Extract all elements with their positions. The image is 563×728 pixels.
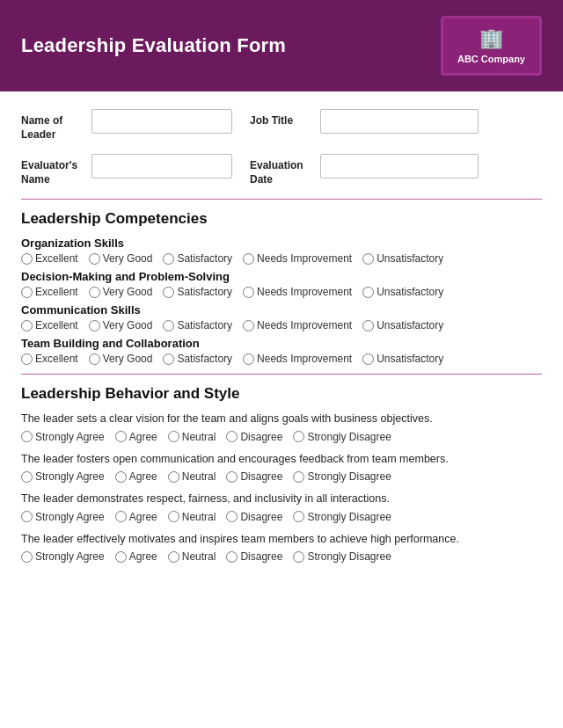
behavior-radio-row-0: Strongly Agree Agree Neutral Disagree St…: [21, 431, 542, 443]
form-section: Name ofLeader Job Title Evaluator'sName …: [0, 91, 563, 186]
radio-option[interactable]: Unsatisfactory: [362, 353, 443, 365]
competency-group-decision: Decision-Making and Problem-Solving Exce…: [21, 270, 542, 298]
radio-option[interactable]: Satisfactory: [163, 252, 232, 265]
radio-option[interactable]: Unsatisfactory: [362, 286, 443, 298]
radio-option[interactable]: Agree: [115, 550, 157, 563]
divider-2: [21, 374, 542, 375]
behavior-item-2: The leader demonstrates respect, fairnes…: [21, 491, 542, 523]
behavior-radio-row-1: Strongly Agree Agree Neutral Disagree St…: [21, 470, 542, 483]
company-name: ABC Company: [457, 54, 525, 64]
radio-option[interactable]: Very Good: [89, 252, 153, 265]
company-badge: 🏢 ABC Company: [441, 16, 542, 76]
radio-option[interactable]: Satisfactory: [163, 286, 232, 298]
radio-option[interactable]: Strongly Agree: [21, 511, 105, 523]
radio-row-communication: Excellent Very Good Satisfactory Needs I…: [21, 319, 542, 331]
radio-option[interactable]: Agree: [115, 470, 157, 483]
behavior-radio-row-3: Strongly Agree Agree Neutral Disagree St…: [21, 550, 542, 563]
competencies-title: Leadership Competencies: [21, 210, 542, 228]
radio-option[interactable]: Unsatisfactory: [362, 252, 443, 265]
job-title-field: Job Title: [250, 109, 479, 134]
competency-group-teambuilding: Team Building and Collaboration Excellen…: [21, 337, 542, 365]
behavior-title: Leadership Behavior and Style: [21, 385, 542, 403]
radio-option[interactable]: Excellent: [21, 353, 78, 365]
evaluators-name-field: Evaluator'sName: [21, 154, 232, 186]
job-title-label: Job Title: [250, 109, 311, 128]
behavior-section: Leadership Behavior and Style The leader…: [0, 385, 563, 563]
job-title-input[interactable]: [320, 109, 479, 134]
radio-option[interactable]: Needs Improvement: [243, 286, 352, 298]
name-of-leader-field: Name ofLeader: [21, 109, 232, 142]
competency-group-communication: Communication Skills Excellent Very Good…: [21, 303, 542, 331]
competency-name-1: Decision-Making and Problem-Solving: [21, 270, 542, 283]
radio-option[interactable]: Agree: [115, 511, 157, 523]
evaluation-date-label: EvaluationDate: [250, 154, 311, 186]
radio-option[interactable]: Strongly Agree: [21, 470, 105, 483]
form-title: Leadership Evaluation Form: [21, 34, 286, 57]
behavior-item-0: The leader sets a clear vision for the t…: [21, 411, 542, 443]
radio-option[interactable]: Strongly Agree: [21, 550, 105, 563]
name-of-leader-label: Name ofLeader: [21, 109, 83, 142]
radio-option[interactable]: Neutral: [168, 431, 216, 443]
radio-row-teambuilding: Excellent Very Good Satisfactory Needs I…: [21, 353, 542, 365]
form-row-1: Name ofLeader Job Title: [21, 109, 542, 142]
radio-option[interactable]: Strongly Disagree: [293, 470, 391, 483]
radio-option[interactable]: Strongly Agree: [21, 431, 105, 443]
radio-option[interactable]: Needs Improvement: [243, 319, 352, 331]
name-of-leader-input[interactable]: [91, 109, 232, 134]
radio-option[interactable]: Excellent: [21, 286, 78, 298]
behavior-statement-1: The leader fosters open communication an…: [21, 452, 542, 468]
competency-name-0: Organization Skills: [21, 237, 542, 250]
behavior-statement-3: The leader effectively motivates and ins…: [21, 532, 542, 548]
evaluation-date-field: EvaluationDate: [250, 154, 479, 186]
radio-row-organization: Excellent Very Good Satisfactory Needs I…: [21, 252, 542, 265]
competencies-section: Leadership Competencies Organization Ski…: [0, 210, 563, 365]
radio-option[interactable]: Excellent: [21, 252, 78, 265]
company-icon: 🏢: [479, 27, 503, 50]
radio-option[interactable]: Agree: [115, 431, 157, 443]
competency-name-3: Team Building and Collaboration: [21, 337, 542, 350]
radio-option[interactable]: Disagree: [226, 550, 282, 563]
radio-row-decision: Excellent Very Good Satisfactory Needs I…: [21, 286, 542, 298]
radio-option[interactable]: Excellent: [21, 319, 78, 331]
evaluation-date-input[interactable]: [320, 154, 479, 178]
radio-option[interactable]: Satisfactory: [163, 353, 232, 365]
radio-option[interactable]: Disagree: [226, 470, 282, 483]
radio-option[interactable]: Very Good: [89, 353, 153, 365]
radio-option[interactable]: Strongly Disagree: [293, 511, 391, 523]
radio-option[interactable]: Satisfactory: [163, 319, 232, 331]
evaluators-name-label: Evaluator'sName: [21, 154, 83, 186]
radio-option[interactable]: Needs Improvement: [243, 252, 352, 265]
radio-option[interactable]: Disagree: [226, 431, 282, 443]
behavior-statement-0: The leader sets a clear vision for the t…: [21, 411, 542, 427]
radio-option[interactable]: Neutral: [168, 470, 216, 483]
behavior-item-3: The leader effectively motivates and ins…: [21, 532, 542, 564]
page-header: Leadership Evaluation Form 🏢 ABC Company: [0, 0, 563, 91]
radio-option[interactable]: Needs Improvement: [243, 353, 352, 365]
radio-option[interactable]: Strongly Disagree: [293, 550, 391, 563]
behavior-radio-row-2: Strongly Agree Agree Neutral Disagree St…: [21, 511, 542, 523]
radio-option[interactable]: Neutral: [168, 550, 216, 563]
competency-name-2: Communication Skills: [21, 303, 542, 317]
behavior-statement-2: The leader demonstrates respect, fairnes…: [21, 491, 542, 507]
radio-option[interactable]: Very Good: [89, 319, 153, 331]
radio-option[interactable]: Neutral: [168, 511, 216, 523]
radio-option[interactable]: Disagree: [226, 511, 282, 523]
divider-1: [21, 199, 542, 200]
radio-option[interactable]: Unsatisfactory: [362, 319, 443, 331]
radio-option[interactable]: Very Good: [89, 286, 153, 298]
behavior-item-1: The leader fosters open communication an…: [21, 452, 542, 484]
form-row-2: Evaluator'sName EvaluationDate: [21, 154, 542, 186]
evaluators-name-input[interactable]: [91, 154, 232, 178]
competency-group-organization: Organization Skills Excellent Very Good …: [21, 237, 542, 265]
radio-option[interactable]: Strongly Disagree: [293, 431, 391, 443]
